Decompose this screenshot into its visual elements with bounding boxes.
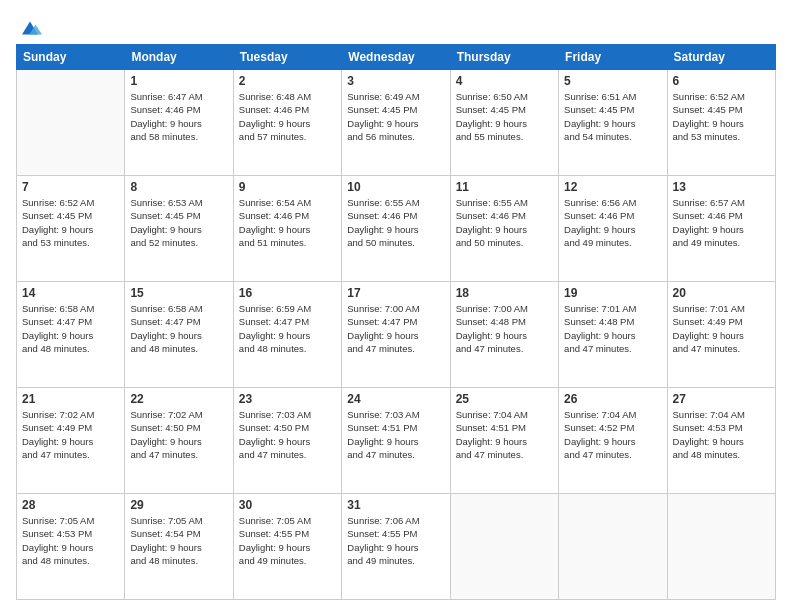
day-info: Sunrise: 7:01 AM Sunset: 4:48 PM Dayligh… <box>564 302 661 355</box>
calendar-cell: 5Sunrise: 6:51 AM Sunset: 4:45 PM Daylig… <box>559 70 667 176</box>
day-number: 2 <box>239 74 336 88</box>
day-number: 25 <box>456 392 553 406</box>
day-info: Sunrise: 7:00 AM Sunset: 4:48 PM Dayligh… <box>456 302 553 355</box>
calendar-cell: 13Sunrise: 6:57 AM Sunset: 4:46 PM Dayli… <box>667 176 775 282</box>
calendar-cell: 10Sunrise: 6:55 AM Sunset: 4:46 PM Dayli… <box>342 176 450 282</box>
calendar-week-row: 1Sunrise: 6:47 AM Sunset: 4:46 PM Daylig… <box>17 70 776 176</box>
page: SundayMondayTuesdayWednesdayThursdayFrid… <box>0 0 792 612</box>
logo <box>16 16 42 36</box>
calendar-cell: 28Sunrise: 7:05 AM Sunset: 4:53 PM Dayli… <box>17 494 125 600</box>
calendar-cell: 27Sunrise: 7:04 AM Sunset: 4:53 PM Dayli… <box>667 388 775 494</box>
day-number: 30 <box>239 498 336 512</box>
calendar-cell: 9Sunrise: 6:54 AM Sunset: 4:46 PM Daylig… <box>233 176 341 282</box>
calendar-week-row: 7Sunrise: 6:52 AM Sunset: 4:45 PM Daylig… <box>17 176 776 282</box>
day-number: 13 <box>673 180 770 194</box>
calendar-header-wednesday: Wednesday <box>342 45 450 70</box>
day-number: 7 <box>22 180 119 194</box>
day-info: Sunrise: 6:49 AM Sunset: 4:45 PM Dayligh… <box>347 90 444 143</box>
header <box>16 12 776 36</box>
day-info: Sunrise: 6:52 AM Sunset: 4:45 PM Dayligh… <box>22 196 119 249</box>
day-number: 23 <box>239 392 336 406</box>
day-info: Sunrise: 6:54 AM Sunset: 4:46 PM Dayligh… <box>239 196 336 249</box>
day-number: 3 <box>347 74 444 88</box>
day-number: 19 <box>564 286 661 300</box>
calendar-header-friday: Friday <box>559 45 667 70</box>
calendar-cell: 24Sunrise: 7:03 AM Sunset: 4:51 PM Dayli… <box>342 388 450 494</box>
calendar-header-saturday: Saturday <box>667 45 775 70</box>
day-number: 9 <box>239 180 336 194</box>
calendar-cell <box>450 494 558 600</box>
calendar-cell: 19Sunrise: 7:01 AM Sunset: 4:48 PM Dayli… <box>559 282 667 388</box>
calendar-cell: 31Sunrise: 7:06 AM Sunset: 4:55 PM Dayli… <box>342 494 450 600</box>
calendar-cell: 22Sunrise: 7:02 AM Sunset: 4:50 PM Dayli… <box>125 388 233 494</box>
day-info: Sunrise: 6:52 AM Sunset: 4:45 PM Dayligh… <box>673 90 770 143</box>
day-number: 8 <box>130 180 227 194</box>
day-number: 31 <box>347 498 444 512</box>
calendar-cell: 7Sunrise: 6:52 AM Sunset: 4:45 PM Daylig… <box>17 176 125 282</box>
day-number: 24 <box>347 392 444 406</box>
logo-icon <box>18 16 42 40</box>
calendar-header-sunday: Sunday <box>17 45 125 70</box>
calendar-header-tuesday: Tuesday <box>233 45 341 70</box>
calendar-cell: 21Sunrise: 7:02 AM Sunset: 4:49 PM Dayli… <box>17 388 125 494</box>
day-number: 4 <box>456 74 553 88</box>
calendar-header-monday: Monday <box>125 45 233 70</box>
calendar-cell: 8Sunrise: 6:53 AM Sunset: 4:45 PM Daylig… <box>125 176 233 282</box>
calendar-cell: 20Sunrise: 7:01 AM Sunset: 4:49 PM Dayli… <box>667 282 775 388</box>
day-info: Sunrise: 7:02 AM Sunset: 4:50 PM Dayligh… <box>130 408 227 461</box>
calendar-cell: 30Sunrise: 7:05 AM Sunset: 4:55 PM Dayli… <box>233 494 341 600</box>
day-info: Sunrise: 6:47 AM Sunset: 4:46 PM Dayligh… <box>130 90 227 143</box>
calendar-cell: 6Sunrise: 6:52 AM Sunset: 4:45 PM Daylig… <box>667 70 775 176</box>
calendar-header-thursday: Thursday <box>450 45 558 70</box>
day-info: Sunrise: 7:00 AM Sunset: 4:47 PM Dayligh… <box>347 302 444 355</box>
day-number: 18 <box>456 286 553 300</box>
day-number: 6 <box>673 74 770 88</box>
day-number: 11 <box>456 180 553 194</box>
day-info: Sunrise: 7:05 AM Sunset: 4:55 PM Dayligh… <box>239 514 336 567</box>
day-info: Sunrise: 6:58 AM Sunset: 4:47 PM Dayligh… <box>130 302 227 355</box>
day-number: 28 <box>22 498 119 512</box>
calendar-cell: 16Sunrise: 6:59 AM Sunset: 4:47 PM Dayli… <box>233 282 341 388</box>
calendar-cell: 17Sunrise: 7:00 AM Sunset: 4:47 PM Dayli… <box>342 282 450 388</box>
calendar-cell: 1Sunrise: 6:47 AM Sunset: 4:46 PM Daylig… <box>125 70 233 176</box>
calendar-cell: 15Sunrise: 6:58 AM Sunset: 4:47 PM Dayli… <box>125 282 233 388</box>
day-number: 17 <box>347 286 444 300</box>
day-number: 21 <box>22 392 119 406</box>
day-info: Sunrise: 6:50 AM Sunset: 4:45 PM Dayligh… <box>456 90 553 143</box>
day-number: 12 <box>564 180 661 194</box>
day-info: Sunrise: 6:48 AM Sunset: 4:46 PM Dayligh… <box>239 90 336 143</box>
calendar-table: SundayMondayTuesdayWednesdayThursdayFrid… <box>16 44 776 600</box>
calendar-cell <box>667 494 775 600</box>
calendar-cell: 29Sunrise: 7:05 AM Sunset: 4:54 PM Dayli… <box>125 494 233 600</box>
day-number: 29 <box>130 498 227 512</box>
day-number: 10 <box>347 180 444 194</box>
calendar-cell: 18Sunrise: 7:00 AM Sunset: 4:48 PM Dayli… <box>450 282 558 388</box>
day-number: 22 <box>130 392 227 406</box>
calendar-cell: 25Sunrise: 7:04 AM Sunset: 4:51 PM Dayli… <box>450 388 558 494</box>
day-info: Sunrise: 6:55 AM Sunset: 4:46 PM Dayligh… <box>347 196 444 249</box>
day-number: 16 <box>239 286 336 300</box>
day-info: Sunrise: 7:04 AM Sunset: 4:53 PM Dayligh… <box>673 408 770 461</box>
calendar-cell <box>559 494 667 600</box>
calendar-week-row: 21Sunrise: 7:02 AM Sunset: 4:49 PM Dayli… <box>17 388 776 494</box>
day-info: Sunrise: 6:57 AM Sunset: 4:46 PM Dayligh… <box>673 196 770 249</box>
calendar-cell: 3Sunrise: 6:49 AM Sunset: 4:45 PM Daylig… <box>342 70 450 176</box>
calendar-week-row: 14Sunrise: 6:58 AM Sunset: 4:47 PM Dayli… <box>17 282 776 388</box>
day-info: Sunrise: 7:03 AM Sunset: 4:50 PM Dayligh… <box>239 408 336 461</box>
day-number: 5 <box>564 74 661 88</box>
day-number: 15 <box>130 286 227 300</box>
calendar-cell: 11Sunrise: 6:55 AM Sunset: 4:46 PM Dayli… <box>450 176 558 282</box>
day-number: 14 <box>22 286 119 300</box>
calendar-cell: 4Sunrise: 6:50 AM Sunset: 4:45 PM Daylig… <box>450 70 558 176</box>
calendar-cell: 23Sunrise: 7:03 AM Sunset: 4:50 PM Dayli… <box>233 388 341 494</box>
day-info: Sunrise: 7:01 AM Sunset: 4:49 PM Dayligh… <box>673 302 770 355</box>
day-info: Sunrise: 7:05 AM Sunset: 4:53 PM Dayligh… <box>22 514 119 567</box>
day-number: 1 <box>130 74 227 88</box>
day-info: Sunrise: 7:06 AM Sunset: 4:55 PM Dayligh… <box>347 514 444 567</box>
day-number: 20 <box>673 286 770 300</box>
day-info: Sunrise: 7:03 AM Sunset: 4:51 PM Dayligh… <box>347 408 444 461</box>
calendar-week-row: 28Sunrise: 7:05 AM Sunset: 4:53 PM Dayli… <box>17 494 776 600</box>
calendar-cell <box>17 70 125 176</box>
day-info: Sunrise: 6:58 AM Sunset: 4:47 PM Dayligh… <box>22 302 119 355</box>
calendar-header-row: SundayMondayTuesdayWednesdayThursdayFrid… <box>17 45 776 70</box>
